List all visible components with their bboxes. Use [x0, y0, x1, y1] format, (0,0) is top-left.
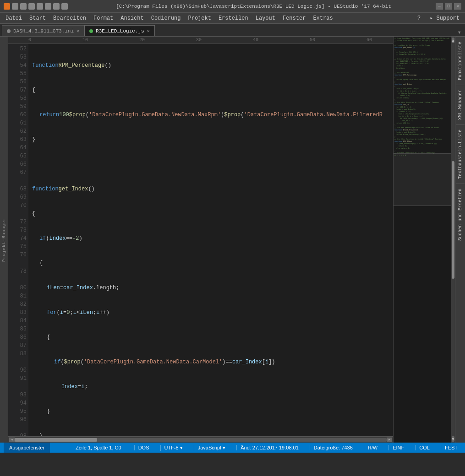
- ausgabefenster-button[interactable]: Ausgabefenster: [4, 443, 50, 453]
- scroll-left[interactable]: ◂: [9, 438, 15, 442]
- toolbar-icon-6: [53, 3, 60, 10]
- minimap: // Some function. For proper LED LED, yo…: [394, 37, 455, 443]
- filesize: Dateigröße: 7436: [310, 445, 356, 450]
- right-sidebar: Funktionsliste XML-Manager Textbaustein-…: [455, 37, 465, 443]
- titlebar-icons: [4, 3, 68, 10]
- toolbar-icon-3: [28, 3, 35, 10]
- menu-start[interactable]: Start: [26, 14, 49, 22]
- line-numbers: 5253545556 5758596061 6263646566 6768686…: [8, 44, 28, 436]
- minimap-viewport: [394, 153, 455, 206]
- menu-erstellen[interactable]: Erstellen: [215, 14, 252, 22]
- tab-dash[interactable]: DASH_4.3_911_GT3.ini ✕: [2, 25, 84, 36]
- hscroll-bar[interactable]: ◂ ▸: [8, 436, 393, 443]
- app-icon: [4, 3, 10, 10]
- vscroll-track[interactable]: ▲ ▼: [451, 37, 455, 443]
- tabbar: DASH_4.3_911_GT3.ini ✕ R3E_LED_Logic.js …: [0, 24, 465, 37]
- toolbar-icon-4: [37, 3, 43, 10]
- menu-fenster[interactable]: Fenster: [279, 14, 309, 22]
- code-content[interactable]: function RPM_Percentage () { return 100 …: [28, 44, 393, 436]
- minimap-panel: // Some function. For proper LED LED, yo…: [393, 37, 455, 443]
- vscroll-down[interactable]: ▼: [452, 436, 454, 442]
- einf-indicator: EINF: [388, 445, 408, 450]
- toolbar-icon-5: [45, 3, 51, 10]
- titlebar: [C:\Program Files (x86)\SimHub\Javascrip…: [0, 0, 465, 13]
- toolbar-icon-1: [12, 3, 18, 10]
- toolbar-icon-7: [61, 3, 68, 10]
- minimize-button[interactable]: ─: [436, 3, 443, 10]
- vscroll-up[interactable]: ▲: [452, 38, 454, 43]
- encoding-selector[interactable]: UTF-8 ▾: [160, 445, 186, 451]
- vscroll-area[interactable]: [452, 43, 454, 436]
- scroll-right[interactable]: ▸: [387, 438, 392, 442]
- line-ending: DOS: [134, 445, 153, 450]
- sidebar-tab-funktionsliste[interactable]: Funktionsliste: [456, 37, 465, 85]
- minimap-content: // Some function. For proper LED LED, yo…: [394, 37, 455, 443]
- tab-dot-dash: [7, 29, 11, 33]
- vscroll-thumb[interactable]: [452, 161, 454, 279]
- tab-overflow[interactable]: ▾: [458, 28, 461, 36]
- tab-label-r3e: R3E_LED_Logic.js: [96, 28, 144, 34]
- col-indicator: COL: [415, 445, 433, 450]
- statusbar: Ausgabefenster Zeile 1, Spalte 1, C0 DOS…: [0, 443, 465, 453]
- cursor-position: Zeile 1, Spalte 1, C0: [70, 445, 127, 450]
- menubar: Datei Start Bearbeiten Format Ansicht Co…: [0, 13, 465, 24]
- toolbar-icon-2: [20, 3, 27, 10]
- modified-date: Änd: 27.12.2017 19:08:01: [236, 445, 302, 450]
- rw-indicator: R/W: [364, 445, 381, 450]
- sidebar-tab-textbaustein[interactable]: Textbaustein-Liste: [456, 124, 465, 184]
- maximize-button[interactable]: □: [445, 3, 452, 10]
- support-button[interactable]: ▸ Support: [426, 14, 463, 22]
- menubar-right: ? ▸ Support: [414, 14, 463, 22]
- fest-indicator: FEST: [441, 445, 461, 450]
- code-container: 0 10 20 30 40 50 60 70 80 90 100 5253545…: [8, 37, 393, 443]
- menu-codierung[interactable]: Codierung: [148, 14, 185, 22]
- sidebar-tab-xml-manager[interactable]: XML-Manager: [456, 85, 465, 124]
- menu-datei[interactable]: Datei: [2, 14, 26, 22]
- left-sidebar: Projekt-Manager: [0, 37, 8, 443]
- menu-bearbeiten[interactable]: Bearbeiten: [49, 14, 90, 22]
- menu-projekt[interactable]: Projekt: [185, 14, 215, 22]
- menu-format[interactable]: Format: [90, 14, 117, 22]
- window-controls[interactable]: ─ □ ✕: [436, 3, 461, 10]
- tab-label-dash: DASH_4.3_911_GT3.ini: [13, 28, 74, 34]
- help-button[interactable]: ?: [414, 14, 424, 22]
- menu-ansicht[interactable]: Ansicht: [117, 14, 147, 22]
- close-button[interactable]: ✕: [454, 3, 461, 10]
- ruler: 0 10 20 30 40 50 60 70 80 90 100: [8, 37, 393, 44]
- hscroll-thumb[interactable]: [15, 438, 97, 442]
- menu-layout[interactable]: Layout: [252, 14, 279, 22]
- language-selector[interactable]: JavaScript ▾: [194, 445, 229, 451]
- main-area: Projekt-Manager 0 10 20 30 40 50 60 70 8…: [0, 37, 465, 443]
- tab-dot-r3e: [89, 29, 93, 33]
- tab-close-r3e[interactable]: ✕: [147, 28, 150, 34]
- menu-extras[interactable]: Extras: [309, 14, 336, 22]
- code-editor[interactable]: 5253545556 5758596061 6263646566 6768686…: [8, 44, 393, 436]
- sidebar-tab-suchen[interactable]: Suchen und Ersetzen: [456, 184, 465, 245]
- ausgabefenster-label: Ausgabefenster: [9, 445, 44, 450]
- hscroll-track[interactable]: [15, 438, 387, 442]
- window-title: [C:\Program Files (x86)\SimHub\Javascrip…: [71, 4, 436, 9]
- tab-r3e[interactable]: R3E_LED_Logic.js ✕: [84, 25, 155, 36]
- projekt-manager-label: Projekt-Manager: [2, 217, 6, 261]
- tab-close-dash[interactable]: ✕: [77, 28, 79, 34]
